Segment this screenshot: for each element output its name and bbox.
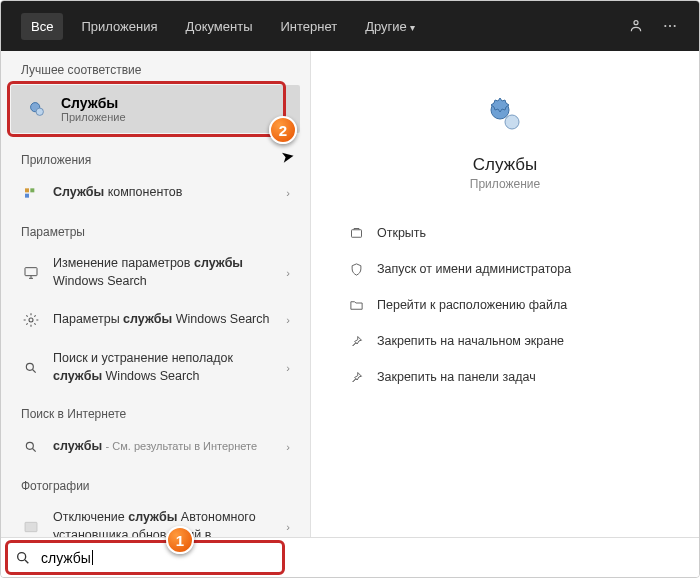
list-item[interactable]: Поиск и устранение неполадок службы Wind… xyxy=(1,340,310,395)
detail-actions: ОткрытьЗапуск от имени администратораПер… xyxy=(341,215,669,395)
detail-hero-icon xyxy=(481,91,529,139)
comp-icon xyxy=(21,183,41,203)
tab-интернет[interactable]: Интернет xyxy=(270,13,347,40)
svg-point-0 xyxy=(634,21,638,25)
list-item[interactable]: Изменение параметров службы Windows Sear… xyxy=(1,245,310,300)
chevron-right-icon: › xyxy=(286,441,290,453)
svg-point-10 xyxy=(29,318,33,322)
chevron-right-icon: › xyxy=(286,267,290,279)
detail-title: Службы xyxy=(473,155,537,175)
list-item-label: Параметры службы Windows Search xyxy=(53,311,274,329)
section-photos: Фотографии xyxy=(1,467,310,499)
svg-line-21 xyxy=(25,560,28,563)
svg-rect-7 xyxy=(30,188,34,192)
folder-icon xyxy=(347,296,365,314)
search-input[interactable]: службы xyxy=(41,550,93,566)
list-item-label: службы - См. результаты в Интернете xyxy=(53,438,274,456)
list-item[interactable]: Отключение службы Автономного установщик… xyxy=(1,499,310,537)
monitor-icon xyxy=(21,263,41,283)
feedback-icon[interactable] xyxy=(627,17,645,35)
chevron-right-icon: › xyxy=(286,521,290,533)
section-best-match: Лучшее соответствие xyxy=(1,51,310,83)
action-open[interactable]: Открыть xyxy=(341,215,669,251)
detail-subtitle: Приложение xyxy=(470,177,540,191)
chevron-right-icon: › xyxy=(286,187,290,199)
open-icon xyxy=(347,224,365,242)
svg-point-3 xyxy=(674,25,676,27)
svg-point-1 xyxy=(664,25,666,27)
svg-line-14 xyxy=(33,449,36,452)
section-apps: Приложения xyxy=(1,141,310,173)
search-icon xyxy=(21,437,41,457)
annotation-badge-1: 1 xyxy=(166,526,194,554)
svg-rect-8 xyxy=(25,194,29,198)
tab-все[interactable]: Все xyxy=(21,13,63,40)
tab-приложения[interactable]: Приложения xyxy=(71,13,167,40)
svg-rect-9 xyxy=(25,267,37,275)
photo-icon xyxy=(21,517,41,537)
svg-point-13 xyxy=(26,442,33,449)
header-actions xyxy=(627,17,679,35)
services-icon xyxy=(25,97,49,121)
pin-task-icon xyxy=(347,368,365,386)
list-item-label: Поиск и устранение неполадок службы Wind… xyxy=(53,350,274,385)
header-tabs: ВсеПриложенияДокументыИнтернетДругие xyxy=(21,13,627,40)
svg-rect-6 xyxy=(25,188,29,192)
gear-icon xyxy=(21,310,41,330)
svg-point-20 xyxy=(18,552,26,560)
svg-rect-15 xyxy=(25,522,37,531)
svg-point-18 xyxy=(505,115,519,129)
action-label: Перейти к расположению файла xyxy=(377,298,567,312)
shield-icon xyxy=(347,260,365,278)
list-item-label: Изменение параметров службы Windows Sear… xyxy=(53,255,274,290)
section-settings: Параметры xyxy=(1,213,310,245)
results-panel: Лучшее соответствие Службы Приложение Пр… xyxy=(1,51,311,537)
list-item-label: Службы компонентов xyxy=(53,184,274,202)
action-folder[interactable]: Перейти к расположению файла xyxy=(341,287,669,323)
pin-start-icon xyxy=(347,332,365,350)
more-icon[interactable] xyxy=(661,17,679,35)
action-label: Запуск от имени администратора xyxy=(377,262,571,276)
action-pin-task[interactable]: Закрепить на панели задач xyxy=(341,359,669,395)
search-icon xyxy=(15,550,31,566)
search-icon xyxy=(21,358,41,378)
svg-line-12 xyxy=(33,369,36,372)
annotation-badge-2: 2 xyxy=(269,116,297,144)
svg-point-2 xyxy=(669,25,671,27)
chevron-right-icon: › xyxy=(286,362,290,374)
header: ВсеПриложенияДокументыИнтернетДругие xyxy=(1,1,699,51)
list-item[interactable]: Параметры службы Windows Search› xyxy=(1,300,310,340)
chevron-right-icon: › xyxy=(286,314,290,326)
search-bar: службы xyxy=(1,537,699,577)
best-match-item[interactable]: Службы Приложение xyxy=(11,85,300,133)
svg-point-11 xyxy=(26,363,33,370)
list-item-label: Отключение службы Автономного установщик… xyxy=(53,509,274,537)
best-match-subtitle: Приложение xyxy=(61,111,126,123)
svg-rect-19 xyxy=(351,229,361,237)
action-shield[interactable]: Запуск от имени администратора xyxy=(341,251,669,287)
action-pin-start[interactable]: Закрепить на начальном экране xyxy=(341,323,669,359)
tab-другие[interactable]: Другие xyxy=(355,13,424,40)
action-label: Закрепить на начальном экране xyxy=(377,334,564,348)
action-label: Открыть xyxy=(377,226,426,240)
section-web: Поиск в Интернете xyxy=(1,395,310,427)
svg-point-5 xyxy=(36,108,43,115)
detail-panel: Службы Приложение ОткрытьЗапуск от имени… xyxy=(311,51,699,537)
tab-документы[interactable]: Документы xyxy=(175,13,262,40)
web-result[interactable]: службы - См. результаты в Интернете› xyxy=(1,427,310,467)
best-match-title: Службы xyxy=(61,95,126,111)
action-label: Закрепить на панели задач xyxy=(377,370,536,384)
list-item[interactable]: Службы компонентов› xyxy=(1,173,310,213)
